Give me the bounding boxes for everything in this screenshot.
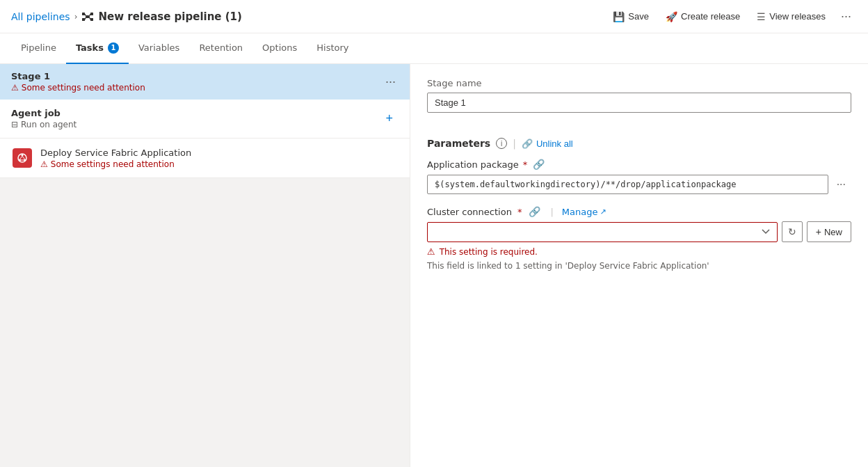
- cluster-connection-field: Cluster connection * 🔗 | Manage ↗ ↻ +: [427, 206, 851, 271]
- top-actions: 💾 Save 🚀 Create release ☰ View releases …: [606, 5, 857, 28]
- tab-history[interactable]: History: [307, 33, 358, 64]
- agent-icon: ⊟: [11, 120, 18, 129]
- stage-name-field: Stage name: [427, 78, 851, 127]
- params-divider: |: [513, 138, 516, 149]
- svg-rect-0: [82, 13, 85, 15]
- page-title-text: New release pipeline (1): [98, 10, 241, 23]
- task-title: Deploy Service Fabric Application: [40, 148, 399, 158]
- params-info-icon[interactable]: i: [496, 138, 507, 149]
- agent-job-row[interactable]: Agent job ⊟ Run on agent +: [0, 100, 410, 138]
- stage-header: Stage 1 ⚠ Some settings need attention ·…: [0, 64, 410, 100]
- plus-icon: +: [816, 226, 821, 237]
- right-panel: Stage name Parameters i | 🔗 Unlink all A…: [410, 64, 868, 467]
- pipeline-icon: [81, 10, 94, 23]
- svg-line-8: [89, 17, 90, 19]
- cluster-link-button[interactable]: 🔗: [527, 206, 542, 217]
- app-package-more-button[interactable]: ···: [831, 174, 851, 195]
- svg-rect-3: [90, 13, 93, 15]
- manage-link[interactable]: Manage ↗: [562, 207, 606, 217]
- app-package-input[interactable]: [427, 175, 828, 194]
- task-row[interactable]: Deploy Service Fabric Application ⚠ Some…: [0, 138, 410, 178]
- params-header: Parameters i | 🔗 Unlink all: [427, 138, 851, 149]
- refresh-button[interactable]: ↻: [782, 221, 803, 242]
- breadcrumb: All pipelines › New release pipeline (1): [11, 10, 606, 23]
- tab-options[interactable]: Options: [252, 33, 307, 64]
- link-icon: 🔗: [522, 138, 533, 149]
- svg-line-13: [20, 157, 23, 159]
- app-package-link-button[interactable]: 🔗: [531, 159, 546, 170]
- left-panel: Stage 1 ⚠ Some settings need attention ·…: [0, 64, 410, 467]
- stage-name-input[interactable]: [427, 93, 851, 113]
- tasks-badge: 1: [108, 42, 119, 54]
- external-link-icon: ↗: [600, 207, 606, 216]
- svg-point-10: [22, 155, 24, 157]
- service-fabric-icon: [13, 148, 32, 168]
- app-package-label: Application package * 🔗: [427, 159, 851, 170]
- tab-pipeline[interactable]: Pipeline: [11, 33, 66, 64]
- stage-name-label: Stage name: [427, 78, 851, 88]
- create-release-button[interactable]: 🚀 Create release: [659, 7, 747, 26]
- params-title: Parameters: [427, 138, 490, 149]
- task-warning-icon: ⚠: [40, 159, 48, 169]
- tab-retention[interactable]: Retention: [189, 33, 252, 64]
- tab-variables[interactable]: Variables: [129, 33, 189, 64]
- add-task-button[interactable]: +: [380, 109, 399, 129]
- stage-title: Stage 1: [11, 71, 145, 81]
- task-warning: ⚠ Some settings need attention: [40, 159, 399, 169]
- svg-rect-2: [86, 15, 89, 18]
- svg-line-7: [89, 14, 90, 17]
- cluster-dropdown-row: ↻ + New: [427, 221, 851, 242]
- tab-tasks[interactable]: Tasks 1: [66, 33, 129, 64]
- stage-warning: ⚠ Some settings need attention: [11, 83, 145, 93]
- unlink-all-button[interactable]: 🔗 Unlink all: [522, 138, 573, 149]
- cluster-hint: This field is linked to 1 setting in 'De…: [427, 261, 851, 271]
- svg-line-5: [85, 14, 86, 17]
- cluster-error: ⚠ This setting is required.: [427, 246, 851, 257]
- breadcrumb-separator: ›: [74, 12, 78, 22]
- refresh-icon: ↻: [788, 226, 796, 237]
- stage-more-button[interactable]: ···: [383, 72, 399, 92]
- warning-icon: ⚠: [11, 83, 19, 93]
- stage-header-content: Stage 1 ⚠ Some settings need attention: [11, 71, 145, 93]
- cluster-required-star: *: [517, 207, 522, 217]
- create-release-icon: 🚀: [666, 11, 677, 22]
- app-package-field: Application package * 🔗 ···: [427, 159, 851, 195]
- cluster-connection-dropdown[interactable]: [427, 222, 778, 242]
- all-pipelines-link[interactable]: All pipelines: [11, 11, 70, 22]
- agent-job-subtitle: ⊟ Run on agent: [11, 120, 77, 129]
- view-releases-icon: ☰: [757, 11, 766, 22]
- top-bar: All pipelines › New release pipeline (1): [0, 0, 868, 33]
- save-icon: 💾: [613, 11, 625, 22]
- task-icon-wrap: [11, 147, 33, 169]
- more-options-button[interactable]: ···: [835, 5, 857, 28]
- cluster-connection-label-row: Cluster connection * 🔗 | Manage ↗: [427, 206, 851, 217]
- agent-job-title: Agent job: [11, 108, 77, 118]
- new-connection-button[interactable]: + New: [807, 221, 851, 242]
- svg-line-14: [22, 157, 25, 159]
- svg-line-6: [85, 17, 86, 19]
- nav-tabs: Pipeline Tasks 1 Variables Retention Opt…: [0, 33, 868, 64]
- page-title: New release pipeline (1): [81, 10, 241, 23]
- required-star: *: [523, 159, 528, 170]
- cluster-connection-label: Cluster connection: [427, 207, 512, 217]
- save-button[interactable]: 💾 Save: [606, 7, 656, 26]
- svg-rect-1: [82, 18, 85, 21]
- error-icon: ⚠: [427, 246, 435, 257]
- view-releases-button[interactable]: ☰ View releases: [750, 7, 833, 26]
- svg-rect-4: [90, 18, 93, 21]
- main-layout: Stage 1 ⚠ Some settings need attention ·…: [0, 64, 868, 467]
